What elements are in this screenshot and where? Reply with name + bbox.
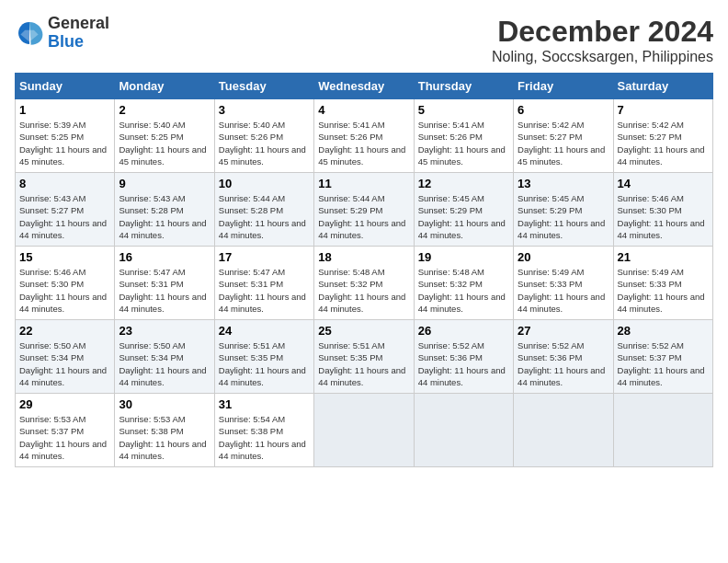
- location-title: Noling, Soccsksargen, Philippines: [492, 49, 713, 65]
- col-saturday: Saturday: [613, 74, 712, 99]
- title-area: December 2024 Noling, Soccsksargen, Phil…: [492, 15, 713, 65]
- table-cell: 20 Sunrise: 5:49 AMSunset: 5:33 PMDaylig…: [514, 247, 613, 320]
- col-friday: Friday: [514, 74, 613, 99]
- col-tuesday: Tuesday: [214, 74, 313, 99]
- col-thursday: Thursday: [414, 74, 513, 99]
- table-row: 15 Sunrise: 5:46 AMSunset: 5:30 PMDaylig…: [16, 247, 713, 320]
- table-cell: [314, 394, 414, 467]
- table-cell: 24 Sunrise: 5:51 AMSunset: 5:35 PMDaylig…: [214, 320, 313, 394]
- header-row: Sunday Monday Tuesday Wednesday Thursday…: [16, 74, 713, 99]
- table-cell: 14 Sunrise: 5:46 AMSunset: 5:30 PMDaylig…: [613, 173, 712, 247]
- table-row: 29 Sunrise: 5:53 AMSunset: 5:37 PMDaylig…: [16, 394, 713, 467]
- table-cell: 10 Sunrise: 5:44 AMSunset: 5:28 PMDaylig…: [214, 173, 313, 247]
- table-cell: 30 Sunrise: 5:53 AMSunset: 5:38 PMDaylig…: [115, 394, 214, 467]
- table-cell: 8 Sunrise: 5:43 AMSunset: 5:27 PMDayligh…: [16, 173, 115, 247]
- table-cell: 2 Sunrise: 5:40 AMSunset: 5:25 PMDayligh…: [115, 99, 214, 173]
- table-cell: 11 Sunrise: 5:44 AMSunset: 5:29 PMDaylig…: [314, 173, 414, 247]
- table-row: 8 Sunrise: 5:43 AMSunset: 5:27 PMDayligh…: [16, 173, 713, 247]
- table-cell: 13 Sunrise: 5:45 AMSunset: 5:29 PMDaylig…: [514, 173, 613, 247]
- table-cell: 7 Sunrise: 5:42 AMSunset: 5:27 PMDayligh…: [613, 99, 712, 173]
- logo-text: General Blue: [48, 15, 109, 52]
- table-cell: [414, 394, 513, 467]
- table-row: 1 Sunrise: 5:39 AMSunset: 5:25 PMDayligh…: [16, 99, 713, 173]
- table-cell: 29 Sunrise: 5:53 AMSunset: 5:37 PMDaylig…: [16, 394, 115, 467]
- table-cell: 4 Sunrise: 5:41 AMSunset: 5:26 PMDayligh…: [314, 99, 414, 173]
- table-cell: 6 Sunrise: 5:42 AMSunset: 5:27 PMDayligh…: [514, 99, 613, 173]
- calendar-table: Sunday Monday Tuesday Wednesday Thursday…: [15, 73, 713, 467]
- table-cell: 19 Sunrise: 5:48 AMSunset: 5:32 PMDaylig…: [414, 247, 513, 320]
- table-cell: 27 Sunrise: 5:52 AMSunset: 5:36 PMDaylig…: [514, 320, 613, 394]
- table-cell: 21 Sunrise: 5:49 AMSunset: 5:33 PMDaylig…: [613, 247, 712, 320]
- table-cell: 26 Sunrise: 5:52 AMSunset: 5:36 PMDaylig…: [414, 320, 513, 394]
- table-cell: 25 Sunrise: 5:51 AMSunset: 5:35 PMDaylig…: [314, 320, 414, 394]
- table-cell: 12 Sunrise: 5:45 AMSunset: 5:29 PMDaylig…: [414, 173, 513, 247]
- col-sunday: Sunday: [16, 74, 115, 99]
- logo: General Blue: [15, 15, 109, 52]
- table-cell: 3 Sunrise: 5:40 AMSunset: 5:26 PMDayligh…: [214, 99, 313, 173]
- table-cell: 28 Sunrise: 5:52 AMSunset: 5:37 PMDaylig…: [613, 320, 712, 394]
- logo-icon: [15, 18, 44, 48]
- table-cell: 15 Sunrise: 5:46 AMSunset: 5:30 PMDaylig…: [16, 247, 115, 320]
- table-cell: 1 Sunrise: 5:39 AMSunset: 5:25 PMDayligh…: [16, 99, 115, 173]
- table-cell: 31 Sunrise: 5:54 AMSunset: 5:38 PMDaylig…: [214, 394, 313, 467]
- table-cell: 23 Sunrise: 5:50 AMSunset: 5:34 PMDaylig…: [115, 320, 214, 394]
- table-cell: 17 Sunrise: 5:47 AMSunset: 5:31 PMDaylig…: [214, 247, 313, 320]
- month-title: December 2024: [492, 15, 713, 49]
- col-monday: Monday: [115, 74, 214, 99]
- col-wednesday: Wednesday: [314, 74, 414, 99]
- table-cell: 22 Sunrise: 5:50 AMSunset: 5:34 PMDaylig…: [16, 320, 115, 394]
- table-cell: 18 Sunrise: 5:48 AMSunset: 5:32 PMDaylig…: [314, 247, 414, 320]
- table-row: 22 Sunrise: 5:50 AMSunset: 5:34 PMDaylig…: [16, 320, 713, 394]
- table-cell: [514, 394, 613, 467]
- table-cell: 5 Sunrise: 5:41 AMSunset: 5:26 PMDayligh…: [414, 99, 513, 173]
- header: General Blue December 2024 Noling, Soccs…: [15, 15, 713, 65]
- table-cell: 9 Sunrise: 5:43 AMSunset: 5:28 PMDayligh…: [115, 173, 214, 247]
- table-cell: [613, 394, 712, 467]
- table-cell: 16 Sunrise: 5:47 AMSunset: 5:31 PMDaylig…: [115, 247, 214, 320]
